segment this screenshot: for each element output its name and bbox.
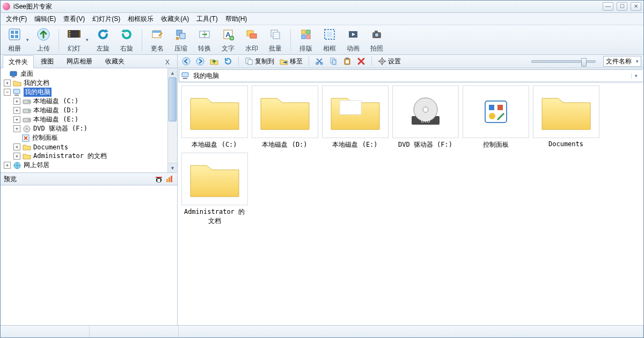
gear-icon [378,57,386,66]
nav-up[interactable] [208,56,221,67]
collapse-icon[interactable]: − [4,89,11,96]
tab-shop[interactable]: 网店相册 [61,55,98,68]
zoom-thumb[interactable] [581,58,587,67]
tree-documents[interactable]: + Documents [1,142,167,152]
view-mode-dropdown[interactable]: 文件名称 ▾ [603,56,641,67]
toolbar-upload[interactable]: 上传 [32,26,55,54]
svg-text:+: + [231,37,233,40]
tree-mycomputer[interactable]: − 我的电脑 [1,88,167,97]
slide-icon [67,27,82,42]
location-bar[interactable]: 我的电脑 ▾ [179,69,642,82]
thumbnail-caption: 本地磁盘 (E:) [332,140,377,149]
expand-icon[interactable]: + [13,153,20,160]
penguin-icon[interactable] [155,175,163,183]
toolbar-text-label: 文字 [222,44,235,53]
scroll-thumb[interactable] [169,77,177,121]
tree-control-panel[interactable]: 控制面板 [1,133,167,142]
minimize-button[interactable]: — [603,2,613,11]
tree-drive-d[interactable]: + 本地磁盘 (D:) [1,106,167,115]
thumbnail-item[interactable]: 控制面板 [462,85,529,149]
thumbnail-item[interactable]: DVDDVD 驱动器 (F:) [392,85,459,149]
expand-icon[interactable]: + [13,107,20,114]
layout-icon [298,27,313,42]
left-close-icon[interactable]: X [163,57,172,68]
toolbar-rotate-left[interactable]: 左旋 [91,26,115,54]
toolbar-watermark[interactable]: 水印 [240,26,264,54]
toolbar-album[interactable]: 相册 [3,26,26,54]
move-to[interactable]: 移至 [277,56,305,67]
paste[interactable] [341,56,354,67]
svg-rect-54 [156,177,162,178]
menu-edit[interactable]: 编辑(E) [31,13,59,25]
nav-back[interactable] [180,56,193,67]
menu-file[interactable]: 文件(F) [3,13,30,25]
tree-dvd-f[interactable]: + DVD 驱动器 (F:) [1,124,167,133]
toolbar-frame[interactable]: 相框 [318,26,341,54]
tab-folders[interactable]: 文件夹 [3,55,34,68]
toolbar-batch-label: 批量 [269,44,282,53]
menu-fav[interactable]: 收藏夹(A) [158,13,192,25]
close-button[interactable]: ✕ [631,2,641,11]
toolbar-rename[interactable]: 更名 [145,26,169,54]
copy[interactable] [327,56,340,67]
chart-icon[interactable] [165,175,174,183]
tree-scrollbar[interactable]: ▲ ▼ [167,68,177,172]
status-cell-2 [90,326,179,337]
menu-view[interactable]: 查看(V) [60,13,88,25]
folder-tree[interactable]: 桌面 + 我的文档 − 我的电脑 [1,68,167,172]
toolbar-batch[interactable]: 批量 [264,26,287,54]
expand-icon[interactable]: + [13,116,20,123]
nav-refresh[interactable] [222,56,235,67]
thumbnail-item[interactable]: 本地磁盘 (E:) [321,85,389,149]
toolbar-rotate-right[interactable]: 右旋 [115,26,138,54]
menu-help[interactable]: 帮助(H) [222,13,251,25]
toolbar-anim[interactable]: 动画 [341,26,365,54]
toolbar-layout[interactable]: 排版 [294,26,318,54]
maximize-button[interactable]: ☐ [617,2,627,11]
thumbnail-caption: 本地磁盘 (D:) [262,140,307,149]
toolbar-compress[interactable]: 压缩 [169,26,193,54]
thumbnail-item[interactable]: 本地磁盘 (C:) [181,85,248,149]
toolbar-shoot[interactable]: 拍照 [365,26,389,54]
settings[interactable]: 设置 [376,56,403,67]
expand-icon[interactable]: + [13,125,20,132]
drive-icon [23,116,31,124]
tab-fav[interactable]: 收藏夹 [99,55,130,68]
svg-rect-2 [15,31,18,34]
album-dropdown-icon[interactable]: ▾ [26,37,32,42]
tree-admin-docs[interactable]: + Administrator 的文档 [1,152,167,161]
toolbar-rotr-label: 右旋 [120,44,133,53]
zoom-slider[interactable] [531,57,596,65]
menu-frame[interactable]: 相框娱乐 [125,13,157,25]
tree-mydocs[interactable]: + 我的文档 [1,78,167,88]
folder-icon [181,85,248,138]
expand-icon[interactable]: + [4,80,11,87]
nav-forward[interactable] [194,56,207,67]
tree-drive-c[interactable]: + 本地磁盘 (C:) [1,97,167,106]
thumbnail-item[interactable]: 本地磁盘 (D:) [251,85,318,149]
thumbnail-item[interactable]: Documents [532,85,599,149]
tab-search[interactable]: 搜图 [35,55,60,68]
svg-point-43 [28,110,30,111]
toolbar-convert[interactable]: 转换 [193,26,216,54]
expand-icon[interactable]: + [13,98,20,105]
expand-icon[interactable]: + [4,162,11,169]
cut[interactable] [313,56,326,67]
delete[interactable] [355,56,368,67]
toolbar-rotl-label: 左旋 [97,44,109,53]
slide-dropdown-icon[interactable]: ▾ [86,37,91,42]
menu-slide[interactable]: 幻灯片(S) [89,13,123,25]
thumbnail-item[interactable]: Administrator 的文档 [181,153,248,226]
scroll-down-icon[interactable]: ▼ [168,163,177,172]
expand-icon[interactable]: + [13,143,20,150]
tree-network[interactable]: + 网上邻居 [1,161,167,170]
tree-desktop[interactable]: 桌面 [1,69,167,78]
svg-point-58 [182,57,190,65]
toolbar-text[interactable]: A+ 文字 [216,26,240,54]
tree-drive-e[interactable]: + 本地磁盘 (E:) [1,115,167,124]
copy-to[interactable]: 复制到 [243,56,276,67]
menu-tools[interactable]: 工具(T) [193,13,221,25]
breadcrumb-dropdown-icon[interactable]: ▾ [631,73,640,78]
toolbar-slide[interactable]: 幻灯 [62,26,86,54]
scroll-up-icon[interactable]: ▲ [168,68,177,78]
